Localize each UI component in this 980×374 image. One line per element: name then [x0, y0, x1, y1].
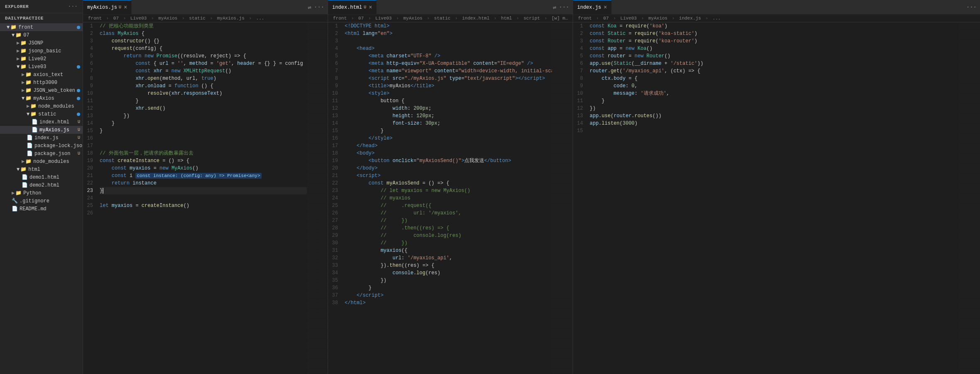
file-icon: 📄 [27, 135, 33, 141]
code-line: 25 // .request({ [328, 202, 552, 209]
modified-badge [77, 26, 80, 29]
editors-container: myAxios.js U × ⇌ ··· front › 07 › Live03… [83, 0, 980, 374]
code-editor-3[interactable]: 1const Koa = require('koa') 2const Stati… [573, 22, 959, 374]
sidebar-item-live03[interactable]: ▼ 📁 Live03 [0, 63, 83, 71]
file-icon: 📄 [32, 127, 38, 133]
code-line: 9 xhr.onload = function () { [83, 82, 307, 90]
sidebar-item-node-modules-inner[interactable]: ▶ 📁 node_modules [0, 102, 83, 110]
sidebar-item-package-json[interactable]: 📄 package.json U [0, 150, 83, 157]
chevron-down-icon: ▼ [7, 25, 10, 30]
sidebar-label: JSONP [28, 40, 43, 46]
sidebar-item-jsonp-basic[interactable]: ▶ 📁 jsonp_basic [0, 47, 83, 55]
code-table-2: 1<!DOCTYPE html> 2<html lang="en"> 3 4 <… [328, 22, 552, 307]
sidebar-label: demo1.html [29, 175, 59, 180]
code-line: 18 <body> [328, 150, 552, 157]
chevron-right-icon: ▶ [17, 56, 20, 62]
code-line: 27 // }) [328, 217, 552, 224]
tab-label: myAxios.js [87, 5, 117, 10]
sidebar-item-static[interactable]: ▼ 📁 static [0, 110, 83, 118]
code-line: 33 }).then((res) => { [328, 262, 552, 269]
code-line: 15} [83, 127, 307, 135]
sidebar-item-readme[interactable]: 📄 README.md [0, 205, 83, 213]
explorer-actions[interactable]: ··· [68, 3, 78, 10]
minimap-1 [307, 22, 328, 374]
code-line: 37 </script> [328, 292, 552, 299]
chevron-down-icon: ▼ [12, 32, 15, 38]
modified-badge [77, 89, 80, 92]
sidebar-item-json-web-token[interactable]: ▶ 📁 JSON_web_token [0, 86, 83, 94]
code-line: 24 // myaxios [328, 194, 552, 202]
sidebar-item-index-js[interactable]: 📄 index.js U [0, 134, 83, 142]
modified-badge [77, 97, 80, 100]
sidebar-item-myaxios[interactable]: ▼ 📁 myAxios [0, 94, 83, 102]
modified-indicator: U [78, 128, 80, 132]
editor-panel-myaxios: myAxios.js U × ⇌ ··· front › 07 › Live03… [83, 0, 328, 374]
tab-close-button[interactable]: × [369, 4, 372, 11]
code-line: 15 [573, 127, 959, 135]
code-line: 4 request(config) { [83, 45, 307, 52]
code-line: 5const router = new Router() [573, 52, 959, 60]
code-line: 13 }) [83, 112, 307, 120]
folder-icon: 📁 [15, 32, 22, 38]
code-editor-2[interactable]: 1<!DOCTYPE html> 2<html lang="en"> 3 4 <… [328, 22, 552, 374]
code-line: 11 } [573, 97, 959, 105]
split-editor-icon[interactable]: ⇌ [308, 4, 311, 11]
code-line: 4const app = new Koa() [573, 45, 959, 52]
folder-icon: 📁 [25, 79, 32, 86]
more-actions-icon[interactable]: ··· [314, 4, 324, 10]
tab-close-button[interactable]: × [604, 4, 607, 11]
code-line: 8 xhr.open(method, url, true) [83, 75, 307, 82]
tab-index-html[interactable]: index.html U × [328, 0, 377, 14]
tab-bar-3: index.js × ··· [573, 0, 980, 15]
sidebar-item-07[interactable]: ▼ 📁 07 [0, 31, 83, 39]
folder-icon: 📁 [20, 40, 27, 46]
code-line: 19const createInstance = () => { [83, 157, 307, 165]
chevron-right-icon: ▶ [22, 79, 24, 86]
code-line: 26 [83, 209, 307, 217]
sidebar-item-package-lock[interactable]: 📄 package-lock.json [0, 142, 83, 150]
sidebar-item-http3000[interactable]: ▶ 📁 http3000 [0, 79, 83, 86]
sidebar-item-gitignore[interactable]: 🔧 .gitignore [0, 197, 83, 205]
chevron-right-icon: ▶ [22, 71, 24, 78]
code-line: 7 const xhr = new XMLHttpRequest() [83, 67, 307, 75]
tab-label: index.js [577, 5, 601, 10]
folder-icon: 📁 [20, 48, 27, 54]
sidebar-label: 07 [23, 32, 29, 38]
sidebar-item-demo2[interactable]: 📄 demo2.html [0, 181, 83, 189]
code-line: 1<!DOCTYPE html> [328, 22, 552, 30]
sidebar-item-html[interactable]: ▼ 📁 html [0, 165, 83, 173]
editor-panel-index-js: index.js × ··· front › 07 › Live03 › myA… [573, 0, 980, 374]
code-line: 31 myaxios({ [328, 247, 552, 254]
code-line: 9 <title>myAxios</title> [328, 82, 552, 90]
sidebar-item-python[interactable]: ▶ 📁 Python [0, 189, 83, 197]
sidebar-item-jsonp[interactable]: ▶ 📁 JSONP [0, 39, 83, 47]
code-line: 25let myaxios = createInstance() [83, 202, 307, 209]
chevron-right-icon: ▶ [22, 87, 24, 94]
more-actions-icon[interactable]: ··· [559, 4, 569, 10]
sidebar-item-myaxios-js[interactable]: 📄 myAxios.js U [0, 126, 83, 134]
code-editor-1[interactable]: 1// 把核心功能放到类里 2class MyAxios { 3 constru… [83, 22, 307, 374]
split-editor-icon[interactable]: ⇌ [553, 4, 556, 11]
more-actions-icon[interactable]: ··· [966, 4, 977, 10]
sidebar-item-node-modules[interactable]: ▶ 📁 node_modules [0, 157, 83, 165]
sidebar-item-axios-text[interactable]: ▶ 📁 axios_text [0, 71, 83, 79]
code-line: 30 // }) [328, 239, 552, 247]
chevron-down-icon: ▼ [17, 64, 20, 70]
sidebar-item-live02[interactable]: ▶ 📁 Live02 [0, 55, 83, 63]
tab-close-button[interactable]: × [124, 4, 127, 11]
sidebar-label: myAxios.js [39, 127, 69, 133]
code-line: 34 console.log(res) [328, 269, 552, 277]
tab-index-js[interactable]: index.js × [573, 0, 612, 14]
code-line: 28 // .then((res) => { [328, 224, 552, 232]
sidebar-label: node_modules [33, 159, 69, 165]
code-line: 5 return new Promise((resolve, reject) =… [83, 52, 307, 60]
sidebar-item-demo1[interactable]: 📄 demo1.html [0, 173, 83, 181]
code-line: 6app.use(Static(__dirname + '/static')) [573, 60, 959, 67]
code-line: 10 message: '请求成功', [573, 90, 959, 97]
code-line: 38</html> [328, 299, 552, 307]
file-icon: 📄 [32, 119, 38, 125]
sidebar-item-front[interactable]: ▼ 📁 front [0, 23, 83, 31]
code-line: 1const Koa = require('koa') [573, 22, 959, 30]
tab-myaxios-js[interactable]: myAxios.js U × [83, 0, 132, 14]
sidebar-item-index-html[interactable]: 📄 index.html U [0, 118, 83, 126]
